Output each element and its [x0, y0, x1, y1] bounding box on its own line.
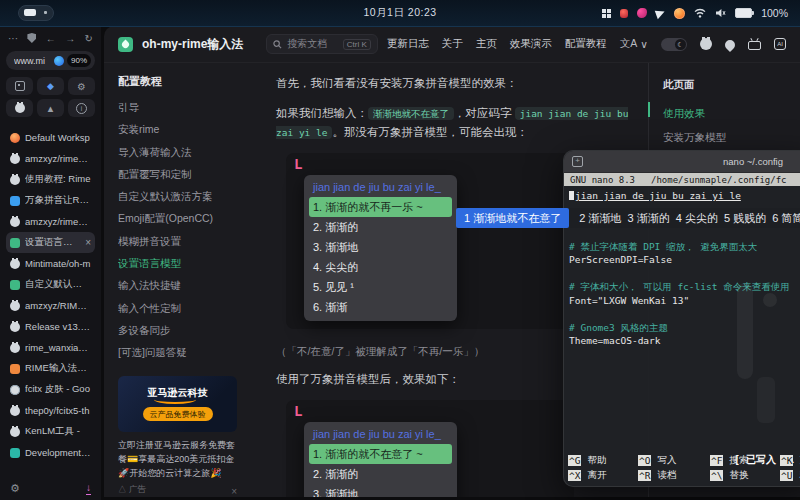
- sidebar-item-hotkeys[interactable]: 输入法快捷键: [118, 274, 242, 296]
- sidebar-item-fuzzy-pinyin[interactable]: 模糊拼音设置: [118, 230, 242, 252]
- ad-card[interactable]: 亚马逊云科技 云产品免费体验 立即注册亚马逊云服务免费套餐💳享最高达200美元抵…: [118, 376, 237, 496]
- tab-default-scheme[interactable]: 自定义默认激活: [6, 274, 95, 295]
- shield-icon[interactable]: [27, 33, 36, 43]
- sidebar-item-language-model-active[interactable]: 设置语言模型: [118, 252, 242, 274]
- fcitx-candidate-highlighted[interactable]: 1 渐渐地就不在意了: [456, 208, 569, 228]
- forward-icon[interactable]: →: [65, 33, 75, 44]
- tab-rime-wanxiang-3[interactable]: rime_wanxiang/: [6, 337, 95, 358]
- paragraph-example: 如果我们想输入：渐渐地就不在意了，对应码字 jian jian de jiu b…: [276, 104, 636, 142]
- tab-wanxiang-video[interactable]: 万象拼音让RIME: [6, 190, 95, 211]
- nav-changelog[interactable]: 更新日志: [387, 37, 429, 51]
- sidebar-item-default-scheme[interactable]: 自定义默认激活方案: [118, 185, 242, 207]
- chevron-down-icon: ∨: [640, 38, 648, 50]
- shortcut-replace[interactable]: ^\替换: [710, 469, 780, 482]
- close-tab-icon[interactable]: ×: [85, 237, 91, 248]
- back-icon[interactable]: ←: [46, 33, 56, 44]
- tab-kenlm[interactable]: KenLM工具 -: [6, 421, 95, 442]
- essential-github-button[interactable]: [6, 99, 33, 117]
- terminal-window[interactable]: + nano ~/.config GNU nano 8.3 /home/sunm…: [563, 150, 800, 487]
- outline-item-install[interactable]: 安装万象模型: [663, 125, 800, 149]
- search-icon: [273, 40, 282, 49]
- keyboard-grid-icon[interactable]: [602, 9, 611, 18]
- shortcut-writeout[interactable]: ^O写入: [638, 454, 710, 467]
- tab-fcitx-skin-search[interactable]: fcitx 皮肤 - Goo: [6, 379, 95, 400]
- shortcut-readfile[interactable]: ^R读档: [638, 469, 710, 482]
- essential-info-button[interactable]: i: [68, 99, 95, 117]
- sidebar-item-import-mint[interactable]: 导入薄荷输入法: [118, 141, 242, 163]
- sidebar-item-guide[interactable]: 引导: [118, 96, 242, 118]
- bilibili-tv-icon[interactable]: [748, 41, 761, 50]
- tab-development[interactable]: Development an: [6, 442, 95, 463]
- url-bar[interactable]: www.mi 90%: [6, 51, 95, 70]
- tab-rime-scheme[interactable]: RIME输入法方案: [6, 358, 95, 379]
- fcitx-candidates-rest[interactable]: 2 渐渐地 3 渐渐的 4 尖尖的 5 贱贱的 6 简简单: [569, 208, 800, 228]
- nav-demo[interactable]: 效果演示: [510, 37, 552, 51]
- sidebar-item-emoji[interactable]: Emoji配置(OpenCC): [118, 207, 242, 229]
- orange-app-icon[interactable]: [674, 8, 685, 19]
- download-icon[interactable]: ↓: [86, 483, 91, 495]
- outline-title: 此页面: [663, 78, 800, 92]
- shortcut-help[interactable]: ^G帮助: [568, 454, 638, 467]
- pin-link-icon[interactable]: [723, 37, 737, 51]
- ai-link-icon[interactable]: AI: [774, 38, 786, 50]
- tab-mintimate[interactable]: Mintimate/oh-m: [6, 253, 95, 274]
- workspace-header[interactable]: Default Worksp: [6, 127, 95, 148]
- battery-icon[interactable]: [735, 8, 752, 18]
- ghost-reflection: [737, 283, 753, 379]
- tab-usage-tutorial[interactable]: 使用教程: Rime: [6, 169, 95, 190]
- language-switcher[interactable]: 文A∨: [620, 37, 648, 51]
- sidebar-item-faq[interactable]: [可选]问题答疑: [118, 341, 242, 363]
- wifi-icon[interactable]: [694, 8, 706, 18]
- mint-favicon: [10, 280, 20, 290]
- shortcut-exit[interactable]: ^X离开: [568, 469, 638, 482]
- ime-candidate: 5. 见见 ¹: [309, 277, 452, 297]
- zoom-badge[interactable]: 90%: [67, 54, 91, 67]
- tab-rime-wanxiang-2[interactable]: amzxyz/rime_wo: [6, 211, 95, 232]
- url-text: www.mi: [14, 56, 51, 66]
- more-icon[interactable]: ···: [8, 33, 18, 44]
- shortcut-cut[interactable]: ^K剪切: [780, 454, 800, 467]
- sidebar-item-personalize[interactable]: 输入个性定制: [118, 297, 242, 319]
- nav-home[interactable]: 主页: [476, 37, 497, 51]
- red-app-icon[interactable]: [620, 9, 628, 18]
- search-box[interactable]: 搜索文档 Ctrl K: [266, 34, 377, 54]
- tab-fcitx5-themes[interactable]: thep0y/fcitx5-th: [6, 400, 95, 421]
- top-nav: 更新日志 关于 主页 效果演示 配置教程 文A∨ ☾ AI: [387, 37, 786, 51]
- tab-rime-lm[interactable]: amzxyz/RIME-LM: [6, 295, 95, 316]
- essential-gem-button[interactable]: ◆: [37, 77, 64, 95]
- github-favicon: [10, 217, 20, 227]
- shortcut-paste[interactable]: ^U粘贴: [780, 469, 800, 482]
- sidebar-item-install-rime[interactable]: 安装rime: [118, 118, 242, 140]
- essential-eject-button[interactable]: ▲: [37, 99, 64, 117]
- github-favicon: [10, 301, 20, 311]
- tab-language-model-active[interactable]: 设置语言模型×: [6, 232, 95, 253]
- settings-gear-icon[interactable]: ⚙: [10, 482, 20, 495]
- shortcut-search[interactable]: ^F搜索: [710, 454, 780, 467]
- volume-icon[interactable]: [715, 8, 726, 18]
- nav-about[interactable]: 关于: [442, 37, 463, 51]
- sidebar-item-sync[interactable]: 多设备同步: [118, 319, 242, 341]
- github-link-icon[interactable]: [700, 38, 712, 50]
- globe-favicon: [10, 385, 20, 395]
- new-tab-icon[interactable]: +: [572, 156, 583, 167]
- nav-config-tutorial[interactable]: 配置教程: [565, 37, 607, 51]
- tab-release[interactable]: Release v13.0.3: [6, 316, 95, 337]
- essential-settings-button[interactable]: ⚙: [68, 77, 95, 95]
- theme-toggle[interactable]: ☾: [661, 38, 687, 51]
- site-logo-leaf-icon[interactable]: [118, 37, 133, 52]
- site-title[interactable]: oh-my-rime输入法: [142, 36, 243, 53]
- pink-app-icon[interactable]: [637, 8, 647, 18]
- tab-rime-wanxiang-1[interactable]: amzxyz/rime_wo: [6, 148, 95, 169]
- essential-plugin-button[interactable]: [6, 77, 33, 95]
- sidebar-item-override[interactable]: 配置覆写和定制: [118, 163, 242, 185]
- reload-icon[interactable]: ↻: [85, 33, 93, 44]
- fcitx-candidate-bar: 1 渐渐地就不在意了 2 渐渐地 3 渐渐的 4 尖尖的 5 贱贱的 6 简简单: [456, 208, 800, 228]
- ad-close-icon[interactable]: ×: [231, 486, 237, 497]
- ime-candidate: 4. 尖尖的: [309, 257, 452, 277]
- outline-item-usage-active[interactable]: 使用效果: [663, 101, 800, 125]
- telegram-icon[interactable]: [655, 7, 667, 19]
- ime-candidate: 6. 渐渐: [309, 297, 452, 317]
- code-block-before-model: L jian jian de jiu bu zai yi le_ 1. 渐渐的就…: [286, 153, 574, 329]
- ime-candidate: 3. 渐渐地: [309, 484, 452, 497]
- terminal-titlebar[interactable]: + nano ~/.config: [564, 151, 800, 173]
